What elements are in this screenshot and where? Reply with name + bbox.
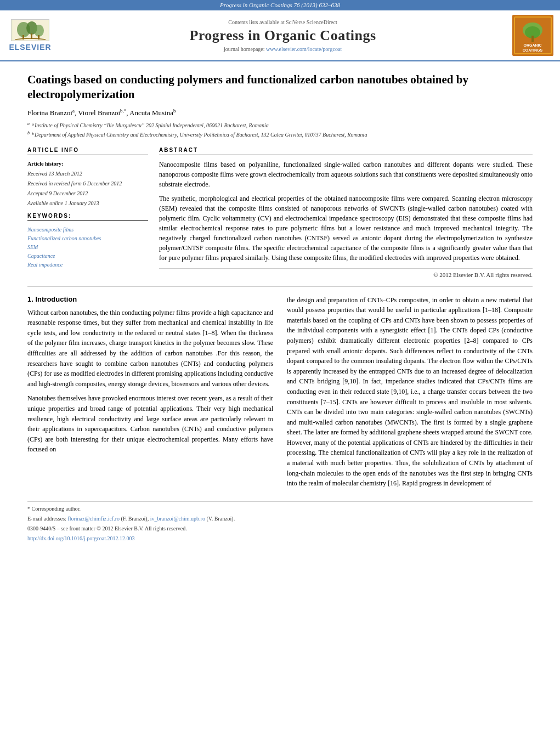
article-info-label: ARTICLE INFO bbox=[27, 147, 148, 155]
received-date: Received 13 March 2012 bbox=[27, 169, 148, 178]
abstract-column: ABSTRACT Nanocomposite films based on po… bbox=[159, 147, 533, 278]
email1-name: (F. Branzoi) bbox=[121, 516, 148, 522]
journal-title-area: Contents lists available at SciVerse Sci… bbox=[60, 15, 505, 56]
elsevier-wordmark: ELSEVIER bbox=[9, 43, 51, 52]
issn-line: 0300-9440/$ – see front matter © 2012 El… bbox=[27, 524, 533, 533]
keyword-5: Real impedance bbox=[27, 261, 148, 269]
doi-link[interactable]: http://dx.doi.org/10.1016/j.porgcoat.201… bbox=[27, 535, 134, 541]
article-history-label: Article history: bbox=[27, 160, 148, 168]
journal-homepage: journal homepage: www.elsevier.com/locat… bbox=[224, 46, 342, 52]
email2-name: (V. Branzoi). bbox=[206, 516, 235, 522]
svg-rect-11 bbox=[531, 36, 534, 42]
email-addresses: E-mail addresses: florinaz@chimfiz.icf.r… bbox=[27, 514, 533, 523]
elsevier-tree-image bbox=[11, 19, 49, 41]
revised-date: Received in revised form 6 December 2012 bbox=[27, 179, 148, 188]
corresponding-author-note: * Corresponding author. bbox=[27, 505, 533, 513]
keywords-label: Keywords: bbox=[27, 213, 148, 221]
intro-body-text: Without carbon nanotubes, the thin condu… bbox=[27, 308, 273, 455]
keyword-1: Nanocomposite films bbox=[27, 225, 148, 234]
keywords-section: Keywords: Nanocomposite films Functional… bbox=[27, 213, 148, 269]
svg-point-3 bbox=[34, 25, 44, 37]
body-left-column: 1. Introduction Without carbon nanotubes… bbox=[27, 295, 273, 493]
abstract-text: Nanocomposite films based on polyaniline… bbox=[159, 160, 533, 263]
accepted-date: Accepted 9 December 2012 bbox=[27, 189, 148, 197]
intro-right-text: the design and preparation of CNTs–CPs c… bbox=[287, 295, 533, 489]
affiliation-b: b ᵇ Department of Applied Physical Chemi… bbox=[27, 132, 367, 138]
intro-right-para1: the design and preparation of CNTs–CPs c… bbox=[287, 295, 533, 489]
elsevier-logo-area: ELSEVIER bbox=[5, 15, 55, 56]
body-two-col: 1. Introduction Without carbon nanotubes… bbox=[27, 295, 533, 493]
keyword-2: Functionalized carbon nanotubes bbox=[27, 234, 148, 243]
intro-para1: Without carbon nanotubes, the thin condu… bbox=[27, 308, 273, 389]
keyword-4: Capacitance bbox=[27, 252, 148, 261]
svg-text:COATINGS: COATINGS bbox=[522, 48, 542, 52]
intro-heading: 1. Introduction bbox=[27, 295, 273, 303]
section-divider bbox=[27, 286, 533, 287]
affiliations: a ᵃ Institute of Physical Chemistry “Ili… bbox=[27, 121, 533, 139]
abstract-para2: The synthetic, morphological and electri… bbox=[159, 194, 533, 263]
article-title: Coatings based on conducting polymers an… bbox=[27, 72, 533, 103]
email-link-1[interactable]: florinaz@chimfiz.icf.ro bbox=[67, 516, 120, 522]
article-info-abstract-section: ARTICLE INFO Article history: Received 1… bbox=[27, 147, 533, 278]
keyword-3: SEM bbox=[27, 243, 148, 252]
journal-title: Progress in Organic Coatings bbox=[189, 27, 376, 44]
svg-text:ORGANIC: ORGANIC bbox=[523, 43, 541, 47]
journal-citation-bar: Progress in Organic Coatings 76 (2013) 6… bbox=[0, 0, 560, 10]
journal-citation-text: Progress in Organic Coatings 76 (2013) 6… bbox=[220, 2, 340, 8]
affiliation-a: a ᵃ Institute of Physical Chemistry “Ili… bbox=[27, 122, 269, 128]
email-link-2[interactable]: iv_branzoi@chim.upb.ro bbox=[150, 516, 205, 522]
body-right-column: the design and preparation of CNTs–CPs c… bbox=[287, 295, 533, 493]
abstract-para1: Nanocomposite films based on polyaniline… bbox=[159, 160, 533, 189]
organic-coatings-logo-area: ORGANIC COATINGS bbox=[511, 15, 555, 56]
journal-header: ELSEVIER Contents lists available at Sci… bbox=[0, 10, 560, 61]
abstract-label: ABSTRACT bbox=[159, 147, 533, 155]
article-info-column: ARTICLE INFO Article history: Received 1… bbox=[27, 147, 148, 278]
copyright-notice: © 2012 Elsevier B.V. All rights reserved… bbox=[159, 268, 533, 278]
footnote-section: * Corresponding author. E-mail addresses… bbox=[27, 501, 533, 542]
available-date: Available online 1 January 2013 bbox=[27, 199, 148, 207]
homepage-link[interactable]: www.elsevier.com/locate/porgcoat bbox=[266, 46, 342, 52]
sciverse-text: Contents lists available at SciVerse Sci… bbox=[228, 19, 337, 25]
main-content: Coatings based on conducting polymers an… bbox=[0, 72, 560, 542]
authors-line: Florina Branzoia, Viorel Branzoib,*, Anc… bbox=[27, 108, 533, 117]
doi-line: http://dx.doi.org/10.1016/j.porgcoat.201… bbox=[27, 534, 533, 542]
intro-para2: Nanotubes themselves have provoked enorm… bbox=[27, 393, 273, 455]
organic-coatings-logo: ORGANIC COATINGS bbox=[512, 15, 553, 56]
